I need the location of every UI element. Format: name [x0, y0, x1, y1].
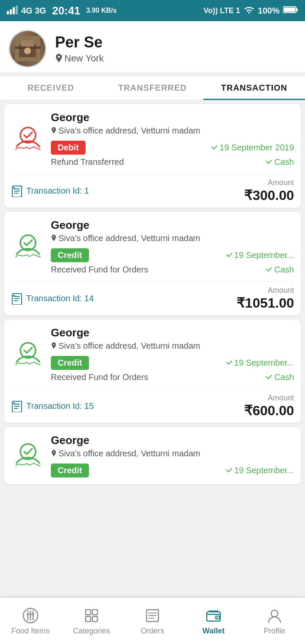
card-1-txid: Transaction Id: 1 — [11, 185, 89, 197]
card-2-amount: Amount ₹1051.00 — [236, 286, 294, 311]
card-3-meta: Credit 19 September... — [51, 356, 294, 370]
card-3-desc: Received Fund for Orders — [51, 372, 148, 382]
card-2-address: Siva's office addresd, Vetturni madam — [51, 233, 294, 243]
svg-rect-3 — [16, 6, 18, 14]
time: 20:41 — [52, 4, 80, 17]
card-4-content: George Siva's office addresd, Vetturni m… — [51, 434, 294, 477]
card-1-desc-row: Refund Transferred Cash — [51, 157, 294, 167]
payment-icon-debit — [11, 111, 45, 167]
svg-rect-28 — [14, 408, 18, 409]
card-3-bottom: Transaction Id: 15 Amount ₹600.00 — [4, 389, 301, 423]
card-4-meta: Credit 19 September... — [51, 464, 294, 477]
card-1-amount: Amount ₹300.00 — [244, 178, 294, 203]
nav-wallet-label: Wallet — [202, 627, 225, 636]
svg-rect-10 — [21, 40, 34, 47]
card-2-desc: Received Fund for Orders — [51, 265, 148, 275]
network-type: 4G 3G — [21, 6, 46, 16]
person-icon — [265, 606, 284, 625]
card-2-txid: Transaction Id: 14 — [11, 293, 94, 305]
svg-rect-6 — [296, 8, 298, 11]
card-3-amount: Amount ₹600.00 — [244, 394, 294, 419]
tab-transaction[interactable]: TRANSACTION — [203, 76, 305, 100]
tab-received[interactable]: RECEIVED — [0, 76, 102, 100]
battery-level: 100% — [258, 6, 280, 16]
card-4-address: Siva's office addresd, Vetturni madam — [51, 449, 294, 458]
card-3-content: George Siva's office addresd, Vetturni m… — [51, 326, 294, 382]
restaurant-header: Per Se New York — [0, 21, 305, 72]
svg-rect-14 — [14, 189, 20, 189]
payment-icon-credit-3 — [11, 326, 45, 382]
transaction-tabs: RECEIVED TRANSFERRED TRANSACTION — [0, 76, 305, 100]
payment-icon-credit-4 — [11, 434, 45, 477]
tab-transferred[interactable]: TRANSFERRED — [102, 76, 203, 100]
wallet-icon — [204, 606, 223, 625]
status-bar: 4G 3G 20:41 3.90 KB/s Vo)) LTE 1 100% — [0, 0, 305, 21]
card-4-date: 19 September... — [226, 466, 294, 475]
svg-rect-39 — [92, 616, 97, 622]
card-2-name: George — [51, 219, 294, 232]
speed: 3.90 KB/s — [86, 7, 116, 14]
svg-rect-5 — [284, 8, 295, 12]
bottom-navigation: Food Items Categories Orders — [0, 597, 305, 644]
nav-wallet[interactable]: Wallet — [183, 598, 244, 644]
restaurant-info: Per Se New York — [55, 33, 104, 64]
nav-profile[interactable]: Profile — [244, 598, 305, 644]
nav-orders[interactable]: Orders — [122, 598, 183, 644]
svg-rect-2 — [13, 7, 15, 14]
card-2-payment: Cash — [266, 265, 294, 275]
svg-rect-20 — [14, 296, 20, 297]
restaurant-name: Per Se — [55, 33, 104, 51]
list-icon — [143, 606, 162, 625]
credit-badge-4: Credit — [51, 464, 89, 477]
restaurant-location: New York — [55, 53, 104, 64]
card-1-meta: Debit 19 September 2019 — [51, 141, 294, 155]
card-2-content: George Siva's office addresd, Vetturni m… — [51, 219, 294, 275]
card-2-date: 19 September... — [226, 250, 294, 260]
transaction-card-2: George Siva's office addresd, Vetturni m… — [4, 212, 301, 315]
card-3-payment: Cash — [266, 372, 294, 382]
status-left: 4G 3G 20:41 3.90 KB/s — [7, 4, 116, 17]
svg-rect-38 — [86, 616, 91, 622]
svg-rect-36 — [86, 610, 91, 615]
card-1-desc: Refund Transferred — [51, 157, 124, 167]
battery-icon — [283, 6, 298, 16]
svg-rect-21 — [14, 298, 20, 299]
avatar — [8, 30, 47, 68]
network-icon — [7, 5, 19, 17]
location-text: New York — [64, 53, 104, 64]
svg-point-46 — [216, 617, 218, 618]
utensils-icon — [21, 606, 40, 625]
card-2-desc-row: Received Fund for Orders Cash — [51, 265, 294, 275]
debit-badge: Debit — [51, 141, 86, 155]
nav-food-items[interactable]: Food Items — [0, 598, 61, 644]
svg-rect-26 — [14, 404, 20, 405]
card-1-address: Siva's office addresd, Vetturni madam — [51, 126, 294, 136]
card-3-address: Siva's office addresd, Vetturni madam — [51, 341, 294, 351]
grid-icon — [82, 606, 101, 625]
nav-food-items-label: Food Items — [11, 627, 50, 636]
transactions-list: George Siva's office addresd, Vetturni m… — [0, 100, 305, 489]
card-3-txid: Transaction Id: 15 — [11, 400, 94, 412]
svg-rect-22 — [14, 300, 18, 301]
credit-badge-3: Credit — [51, 356, 89, 370]
nav-categories[interactable]: Categories — [61, 598, 122, 644]
svg-rect-37 — [92, 610, 97, 615]
card-2-meta: Credit 19 September... — [51, 248, 294, 262]
svg-rect-16 — [14, 193, 18, 194]
svg-point-11 — [24, 47, 31, 54]
card-3-name: George — [51, 326, 294, 339]
card-2-bottom: Transaction Id: 14 Amount ₹1051.00 — [4, 282, 301, 315]
card-3-date: 19 September... — [226, 358, 294, 368]
card-1-date: 19 September 2019 — [211, 143, 294, 153]
card-3-desc-row: Received Fund for Orders Cash — [51, 372, 294, 382]
card-1-bottom: Transaction Id: 1 Amount ₹300.00 — [4, 174, 301, 208]
card-4-name: George — [51, 434, 294, 447]
svg-rect-1 — [10, 9, 12, 14]
transaction-card-4: George Siva's office addresd, Vetturni m… — [4, 427, 301, 484]
svg-rect-17 — [13, 187, 15, 189]
svg-point-47 — [271, 610, 278, 617]
card-1-content: George Siva's office addresd, Vetturni m… — [51, 111, 294, 167]
credit-badge-2: Credit — [51, 248, 89, 262]
payment-icon-credit-2 — [11, 219, 45, 275]
nav-profile-label: Profile — [263, 627, 285, 636]
